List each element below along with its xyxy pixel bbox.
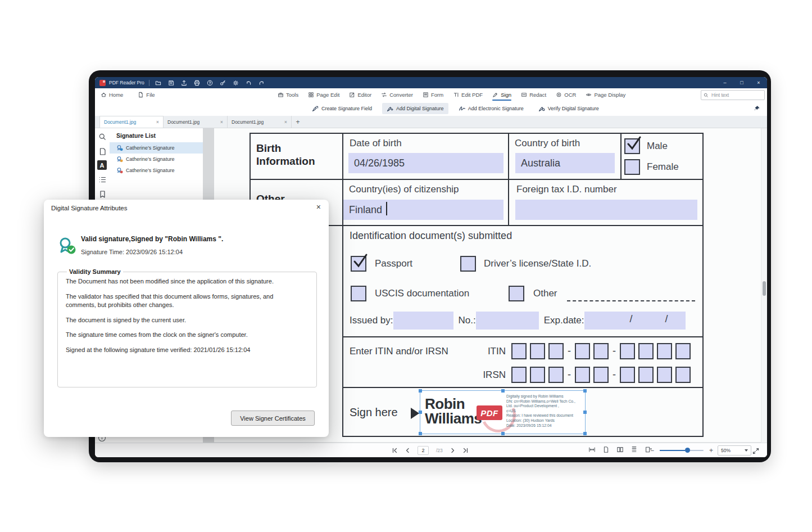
cob-field[interactable]: Australia — [515, 153, 615, 173]
signature-list-item[interactable]: Catherine’s Signature — [110, 165, 203, 176]
irsn-digit-box[interactable] — [530, 367, 545, 383]
zoom-out-icon[interactable]: − — [650, 447, 654, 454]
irsn-digit-box[interactable] — [675, 367, 691, 383]
digital-signature-widget[interactable]: Robin Williams PDF Digitally signed by R… — [420, 390, 586, 434]
create-signature-field-button[interactable]: Create Signature Field — [307, 103, 376, 114]
scrollbar-thumb[interactable] — [763, 281, 766, 296]
save-icon[interactable] — [167, 79, 175, 87]
other-doc-checkbox[interactable] — [509, 286, 524, 301]
selection-handle[interactable] — [501, 432, 505, 435]
panel-outline-icon[interactable] — [98, 175, 107, 184]
selection-handle[interactable] — [501, 389, 505, 393]
add-digital-signature-button[interactable]: Add Digital Signature — [382, 103, 448, 114]
zoom-slider-knob[interactable] — [685, 448, 690, 453]
itin-digit-box[interactable] — [575, 343, 590, 359]
female-checkbox[interactable] — [624, 159, 640, 175]
itin-digit-box[interactable] — [548, 343, 564, 359]
redo-icon[interactable] — [258, 79, 265, 87]
zoom-level-select[interactable]: 50% — [718, 445, 751, 456]
panel-signature-icon[interactable]: A — [97, 160, 107, 170]
menu-file[interactable]: File — [138, 88, 155, 101]
menu-edit-pdf[interactable]: Edit PDF — [453, 88, 483, 101]
menu-ocr[interactable]: OCR — [556, 88, 576, 101]
open-file-icon[interactable] — [155, 79, 162, 87]
itin-digit-box[interactable] — [675, 343, 691, 359]
share-icon[interactable] — [180, 79, 188, 87]
single-page-icon[interactable] — [602, 445, 610, 456]
panel-search-icon[interactable] — [98, 133, 107, 141]
selection-handle[interactable] — [583, 432, 587, 435]
menu-home[interactable]: Home — [101, 88, 123, 101]
close-button[interactable]: × — [750, 77, 767, 88]
maximize-button[interactable]: □ — [733, 77, 750, 88]
itin-digit-box[interactable] — [638, 343, 654, 359]
itin-digit-box[interactable] — [530, 343, 545, 359]
menu-sign[interactable]: Sign — [492, 88, 511, 101]
itin-digit-box[interactable] — [511, 343, 527, 359]
pin-toolbar-icon[interactable] — [753, 105, 760, 112]
license-key-icon[interactable] — [219, 79, 226, 87]
minimize-button[interactable]: – — [716, 77, 733, 88]
new-tab-button[interactable]: + — [292, 116, 304, 128]
irsn-digit-box[interactable] — [511, 367, 527, 383]
zoom-in-icon[interactable]: + — [709, 447, 713, 454]
itin-digit-box[interactable] — [593, 343, 609, 359]
two-page-view-icon[interactable] — [616, 445, 624, 456]
selection-handle[interactable] — [419, 389, 422, 393]
zoom-slider[interactable] — [660, 450, 704, 451]
add-electronic-signature-button[interactable]: Add Electronic Signature — [454, 103, 528, 114]
hint-search-box[interactable] — [701, 90, 765, 100]
hint-search-input[interactable] — [710, 92, 762, 98]
print-icon[interactable] — [193, 79, 201, 87]
vertical-scrollbar[interactable] — [761, 128, 767, 443]
fullscreen-icon[interactable] — [752, 447, 759, 457]
tab-close-icon[interactable]: × — [156, 119, 159, 125]
menu-converter[interactable]: Converter — [381, 88, 413, 101]
signature-list-item[interactable]: Catherine’s Signature — [110, 142, 203, 154]
dialog-close-button[interactable]: × — [316, 203, 321, 211]
male-checkbox[interactable] — [624, 138, 640, 154]
next-page-button[interactable] — [450, 445, 456, 456]
passport-checkbox[interactable] — [351, 256, 366, 272]
previous-page-button[interactable] — [405, 445, 410, 456]
issued-by-field[interactable] — [393, 312, 453, 330]
signature-list-item[interactable]: Catherine’s Signature — [110, 154, 203, 165]
undo-icon[interactable] — [245, 79, 252, 87]
dob-field[interactable]: 04/26/1985 — [348, 153, 503, 173]
menu-editor[interactable]: Editor — [349, 88, 371, 101]
no-field[interactable] — [476, 312, 539, 330]
selection-handle[interactable] — [583, 411, 587, 414]
document-tab-2[interactable]: Document1.jpg × — [164, 116, 228, 128]
itin-digit-box[interactable] — [620, 343, 635, 359]
selection-handle[interactable] — [419, 432, 422, 435]
document-tab-3[interactable]: Document1.jpg × — [228, 116, 292, 128]
selection-handle[interactable] — [583, 389, 587, 393]
menu-tools[interactable]: Tools — [278, 88, 298, 101]
license-checkbox[interactable] — [460, 256, 476, 272]
irsn-digit-box[interactable] — [657, 367, 672, 383]
view-signer-certificates-button[interactable]: View Signer Certificates — [231, 411, 315, 426]
selection-handle[interactable] — [419, 411, 422, 414]
uscis-checkbox[interactable] — [351, 286, 366, 301]
irsn-digit-box[interactable] — [548, 367, 564, 383]
irsn-digit-box[interactable] — [575, 367, 590, 383]
menu-form[interactable]: Form — [423, 88, 443, 101]
itin-digit-box[interactable] — [657, 343, 672, 359]
panel-thumbnails-icon[interactable] — [98, 147, 107, 156]
tab-close-icon[interactable]: × — [284, 119, 287, 125]
menu-redact[interactable]: Redact — [521, 88, 546, 101]
last-page-button[interactable] — [463, 445, 469, 456]
tax-id-field[interactable] — [515, 200, 697, 220]
irsn-digit-box[interactable] — [620, 367, 635, 383]
irsn-digit-box[interactable] — [638, 367, 654, 383]
continuous-scroll-icon[interactable] — [630, 445, 638, 456]
document-tab-1[interactable]: Document1.jpg × — [99, 116, 164, 128]
first-page-button[interactable] — [392, 445, 397, 456]
panel-bookmark-icon[interactable] — [98, 190, 107, 199]
citizenship-field[interactable]: Finland — [343, 200, 503, 220]
fit-width-icon[interactable] — [588, 445, 596, 456]
exp-date-field[interactable]: / / — [584, 312, 686, 330]
settings-icon[interactable] — [232, 79, 239, 87]
current-page-input[interactable] — [418, 446, 429, 455]
tab-close-icon[interactable]: × — [220, 119, 223, 125]
